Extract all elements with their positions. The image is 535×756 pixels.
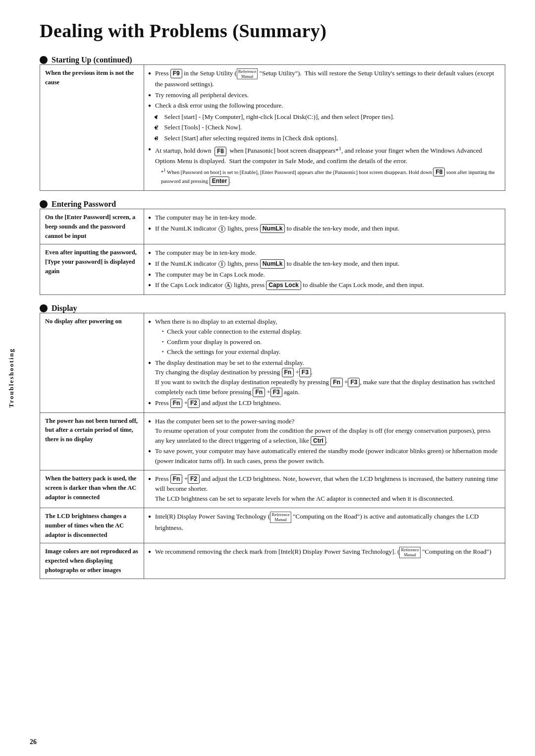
cell-left-image-colors: Image colors are not repro­duced as expe… (40, 543, 144, 579)
key-numlk: NumLk (260, 224, 285, 233)
page-title: Dealing with Problems (Summary) (40, 20, 505, 42)
cell-right-battery-dark: Press Fn +F2 and adjust the LCD brightne… (144, 470, 505, 508)
list-item: To save power, your computer may have au… (149, 446, 500, 465)
cell-right-lcd-brightness: Intel(R) Display Power Saving Technology… (144, 508, 505, 543)
table-row-lcd-brightness: The LCD brightness changes a number of t… (40, 508, 505, 543)
key-f2-1: F2 (188, 399, 200, 408)
display-table: No display after powering on When there … (40, 313, 505, 579)
cell-right-previous-item: Press F9 in the Setup Utility (Reference… (144, 65, 505, 191)
page: Troubleshooting Dealing with Problems (S… (0, 0, 535, 756)
key-f3-1: F3 (299, 368, 311, 377)
numbered-list-item: 2 Select [Tools] - [Check Now]. (155, 122, 500, 132)
cell-right-power-saving: Has the computer been set to the power-s… (144, 412, 505, 470)
section-dot-display (40, 304, 48, 312)
sub-list-item: Check the settings for your external dis… (162, 347, 500, 357)
key-fn-f2-1: Fn (170, 399, 183, 408)
list-item: Check a disk error using the following p… (149, 101, 500, 143)
key-f8: F8 (214, 147, 226, 156)
numlk-indicator-2: 1 (218, 261, 225, 268)
key-ctrl: Ctrl (311, 436, 326, 446)
section-entering-password: Entering Password On the [Enter Password… (40, 200, 505, 295)
list-item: At startup, hold down F8 when [Panasonic… (149, 144, 500, 186)
ref-box: ReferenceManual (237, 68, 258, 79)
section-header-entering-password: Entering Password (40, 200, 505, 209)
section-title-display: Display (52, 304, 77, 313)
cell-left-previous-item: When the previous item is not the cause (40, 65, 144, 191)
numbered-list-item: 1 Select [start] - [My Computer], right-… (155, 112, 500, 122)
key-capslock: Caps Lock (266, 281, 301, 290)
key-numlk-2: NumLk (260, 259, 285, 269)
capslock-indicator: A (225, 282, 232, 289)
section-dot-password (40, 200, 48, 208)
key-f2-2: F2 (188, 474, 200, 484)
cell-left-lcd-brightness: The LCD brightness changes a number of t… (40, 508, 144, 543)
key-enter-footnote: Enter (210, 176, 230, 186)
side-label: Troubleshooting (7, 348, 15, 408)
cell-left-enter-password: On the [Enter Password] screen, a beep s… (40, 209, 144, 244)
list-item: We recommend removing the check mark fro… (149, 547, 500, 558)
cell-right-no-display: When there is no display to an external … (144, 313, 505, 412)
key-fn-1: Fn (282, 368, 294, 377)
key-f3-3: F3 (270, 388, 282, 397)
cell-right-password-again: The computer may be in ten-key mode. If … (144, 244, 505, 295)
table-row-battery-dark: When the battery pack is used, the scree… (40, 470, 505, 508)
key-f8-footnote: F8 (433, 168, 445, 177)
table-row-power-saving: The power has not been turned off, but a… (40, 412, 505, 470)
section-display: Display No display after powering on Whe… (40, 304, 505, 579)
key-fn-f2-2: Fn (170, 474, 183, 484)
list-item: The display destination may be set to th… (149, 358, 500, 397)
list-item: The computer may be in ten-key mode. (149, 213, 500, 223)
list-item: Press F9 in the Setup Utility (Reference… (149, 68, 500, 89)
numlk-indicator: 1 (218, 226, 225, 233)
cell-right-enter-password: The computer may be in ten-key mode. If … (144, 209, 505, 244)
section-header-starting-up: Starting Up (continued) (40, 56, 505, 64)
sub-list-item: Check your cable connection to the exter… (162, 327, 500, 337)
list-item: Intel(R) Display Power Saving Technology… (149, 512, 500, 532)
footnote: *1 When [Password on boot] is set to [En… (155, 167, 500, 186)
cell-left-no-display: No display after powering on (40, 313, 144, 412)
section-starting-up: Starting Up (continued) When the previou… (40, 56, 505, 191)
section-title-starting-up: Starting Up (continued) (52, 56, 132, 64)
list-item: Try removing all peripheral devices. (149, 90, 500, 100)
numbered-list: 1 Select [start] - [My Computer], right-… (155, 112, 500, 143)
table-row-enter-password: On the [Enter Password] screen, a beep s… (40, 209, 505, 244)
ref-box-3: ReferenceManual (399, 547, 420, 558)
cell-left-password-again: Even after inputting the password, [Type… (40, 244, 144, 295)
list-item: If the NumLK indicator 1 lights, press N… (149, 259, 500, 269)
numbered-list-item: 3 Select [Start] after selecting require… (155, 133, 500, 143)
section-header-display: Display (40, 304, 505, 313)
cell-left-battery-dark: When the battery pack is used, the scree… (40, 470, 144, 508)
list-item: Has the computer been set to the power-s… (149, 416, 500, 446)
key-f9: F9 (170, 69, 182, 78)
list-item: Press Fn +F2 and adjust the LCD brightne… (149, 474, 500, 503)
table-row-no-display: No display after powering on When there … (40, 313, 505, 412)
table-row-password-again: Even after inputting the password, [Type… (40, 244, 505, 295)
cell-right-image-colors: We recommend removing the check mark fro… (144, 543, 505, 579)
list-item: The computer may be in Caps Lock mode. (149, 270, 500, 280)
page-number: 26 (30, 738, 37, 746)
list-item: If the NumLK indicator 1 lights, press N… (149, 224, 500, 233)
section-dot (40, 56, 48, 64)
key-f3-2: F3 (348, 378, 360, 387)
ref-box-2: ReferenceManual (270, 512, 291, 523)
section-title-entering-password: Entering Password (52, 200, 116, 209)
key-fn-2: Fn (330, 378, 343, 387)
starting-up-table: When the previous item is not the cause … (40, 64, 505, 191)
table-row-image-colors: Image colors are not repro­duced as expe… (40, 543, 505, 579)
entering-password-table: On the [Enter Password] screen, a beep s… (40, 209, 505, 295)
side-label-container: Troubleshooting (4, 0, 19, 756)
list-item: Press Fn +F2 and adjust the LCD brightne… (149, 398, 500, 408)
list-item: If the Caps Lock indicator A lights, pre… (149, 280, 500, 290)
cell-left-power-saving: The power has not been turned off, but a… (40, 412, 144, 470)
sub-list-item: Confirm your display is powered on. (162, 337, 500, 347)
list-item: The computer may be in ten-key mode. (149, 248, 500, 258)
sub-bullet-list: Check your cable connection to the exter… (155, 327, 500, 357)
table-row: When the previous item is not the cause … (40, 65, 505, 191)
list-item: When there is no display to an external … (149, 317, 500, 357)
key-fn-3: Fn (253, 388, 265, 397)
